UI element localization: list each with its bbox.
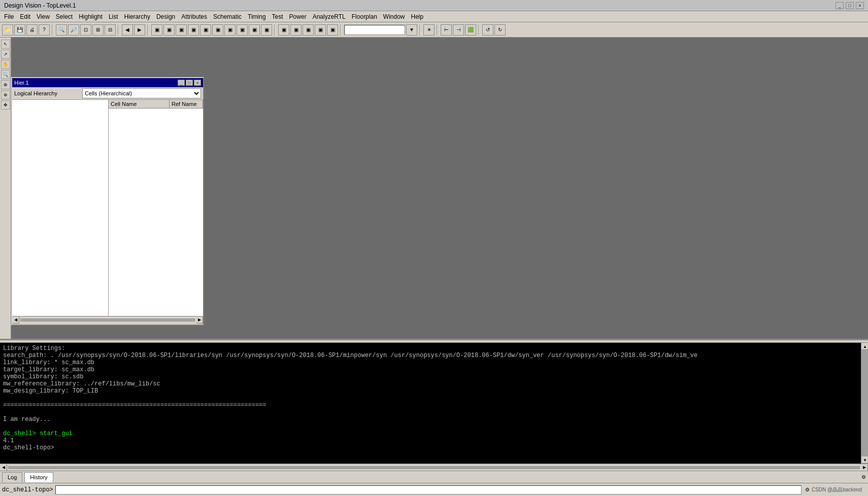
tab-history[interactable]: History: [24, 472, 53, 482]
menu-edit[interactable]: Edit: [17, 12, 34, 21]
tool-select[interactable]: ↖: [1, 40, 10, 49]
hscroll-track[interactable]: [20, 318, 195, 322]
tb-back-button[interactable]: ◀: [122, 24, 133, 36]
tb-ruler2-button[interactable]: ⊣: [453, 24, 464, 36]
tb-btn-11[interactable]: ▣: [278, 24, 289, 36]
tb-btn-6[interactable]: ▣: [212, 24, 223, 36]
menu-list[interactable]: List: [106, 12, 121, 21]
tb-btn-9[interactable]: ▣: [249, 24, 260, 36]
hscroll-right-arrow[interactable]: ▶: [196, 316, 203, 324]
menu-attributes[interactable]: Attributes: [178, 12, 210, 21]
hier-col-refname: Ref Name: [170, 100, 203, 108]
tb-highlight-button[interactable]: ☀: [423, 24, 435, 36]
hier-hscrollbar[interactable]: ◀ ▶: [12, 316, 203, 323]
vscroll-down-arrow[interactable]: ▼: [861, 456, 868, 464]
tb-sep8: [478, 24, 480, 36]
menu-power[interactable]: Power: [286, 12, 310, 21]
tb-redo-button[interactable]: ↻: [494, 24, 506, 36]
terminal-hscroll-right[interactable]: ▶: [861, 464, 868, 471]
settings-icon[interactable]: ⚙: [861, 474, 866, 480]
tool-zoom2[interactable]: ⊕: [1, 80, 10, 89]
hier-cells-dropdown[interactable]: Cells (Hierarchical) Cells (Flat) Ports …: [82, 88, 201, 98]
menu-schematic[interactable]: Schematic: [210, 12, 245, 21]
terminal-vscrollbar[interactable]: ▲ ▼: [861, 343, 868, 464]
cmd-prompt: dc_shell-topo>: [2, 486, 53, 493]
status-bar-right-text: CSDN @晶晶backend: [812, 486, 866, 493]
tool-pointer[interactable]: ↗: [1, 50, 10, 59]
hscroll-left-arrow[interactable]: ◀: [12, 316, 19, 324]
hier-minimize-button[interactable]: _: [178, 80, 185, 86]
menu-test[interactable]: Test: [269, 12, 286, 21]
menu-file[interactable]: File: [1, 12, 17, 21]
tb-forward-button[interactable]: ▶: [134, 24, 145, 36]
tool-zoom[interactable]: 🔍: [1, 70, 10, 79]
vscroll-up-arrow[interactable]: ▲: [861, 343, 868, 350]
terminal-line-ready: I am ready...: [3, 416, 858, 423]
tb-btn-14[interactable]: ▣: [315, 24, 326, 36]
hier-window-controls: _ □ ×: [178, 80, 201, 86]
hier-maximize-button[interactable]: □: [186, 80, 193, 86]
tb-zoom-box-button[interactable]: ⊞: [92, 24, 104, 36]
tb-btn-4[interactable]: ▣: [188, 24, 199, 36]
cmd-settings-icon[interactable]: ⚙: [804, 486, 812, 494]
maximize-button[interactable]: □: [846, 2, 854, 9]
tb-zoom-fit-button[interactable]: ⊡: [80, 24, 91, 36]
tb-btn-12[interactable]: ▣: [290, 24, 302, 36]
terminal-hscroll-left[interactable]: ◀: [0, 464, 7, 471]
toolbar-search-input[interactable]: [344, 25, 405, 35]
menu-design[interactable]: Design: [153, 12, 178, 21]
tool-zoom3[interactable]: ⊗: [1, 90, 10, 99]
terminal-line-3: link_library: * sc_max.db: [3, 359, 858, 366]
menu-hierarchy[interactable]: Hierarchy: [121, 12, 153, 21]
terminal-output[interactable]: Library Settings: search_path: . /usr/sy…: [0, 343, 861, 464]
hier-tree-pane[interactable]: [12, 100, 109, 316]
menu-window[interactable]: Window: [380, 12, 408, 21]
hier-content: Cell Name Ref Name: [12, 100, 203, 316]
tb-zoom-out-button[interactable]: 🔎: [68, 24, 79, 36]
tool-move[interactable]: ✥: [1, 100, 10, 110]
menu-view[interactable]: View: [34, 12, 53, 21]
menu-timing[interactable]: Timing: [245, 12, 269, 21]
hier-close-button[interactable]: ×: [194, 80, 201, 86]
tb-print-button[interactable]: 🖨: [26, 24, 38, 36]
tb-zoom-in-button[interactable]: 🔍: [56, 24, 67, 36]
menu-analyzertl[interactable]: AnalyzeRTL: [310, 12, 349, 21]
vscroll-track: [861, 350, 868, 456]
menu-help[interactable]: Help: [408, 12, 427, 21]
hier-cells-pane: Cell Name Ref Name: [109, 100, 203, 316]
tb-btn-15[interactable]: ▣: [327, 24, 338, 36]
tab-log[interactable]: Log: [2, 472, 22, 482]
cmd-input[interactable]: [55, 485, 802, 494]
terminal-cmd-start-gui: dc_shell> start_gui: [3, 430, 858, 437]
tb-ruler1-button[interactable]: ⊢: [441, 24, 452, 36]
minimize-button[interactable]: _: [836, 2, 844, 9]
tb-btn-13[interactable]: ▣: [303, 24, 314, 36]
tb-btn-8[interactable]: ▣: [237, 24, 248, 36]
tb-open-button[interactable]: 📁: [2, 24, 13, 36]
terminal-line-6: mw_reference_library: ../ref/libs/mw_lib…: [3, 380, 858, 387]
tb-undo-button[interactable]: ↺: [482, 24, 493, 36]
tool-hand[interactable]: ✋: [1, 60, 10, 69]
menu-select[interactable]: Select: [53, 12, 76, 21]
terminal-line-blank1: [3, 395, 858, 402]
menu-floorplan[interactable]: Floorplan: [349, 12, 380, 21]
tb-dropdown-arrow[interactable]: ▼: [406, 24, 417, 36]
hier-col-cellname: Cell Name: [109, 100, 170, 108]
tb-ruler3-button[interactable]: 🟩: [465, 24, 476, 36]
tb-save-button[interactable]: 💾: [14, 24, 25, 36]
tb-btn-2[interactable]: ▣: [163, 24, 175, 36]
terminal-hscrollbar[interactable]: ◀ ▶: [0, 464, 868, 471]
tb-sep1: [52, 24, 54, 36]
tb-btn-5[interactable]: ▣: [200, 24, 211, 36]
tb-btn-3[interactable]: ▣: [176, 24, 187, 36]
terminal-line-blank3: [3, 423, 858, 430]
tb-btn-10[interactable]: ▣: [261, 24, 272, 36]
menu-highlight[interactable]: Highlight: [76, 12, 106, 21]
app-title: Design Vision - TopLevel.1: [4, 2, 76, 9]
tb-btn-1[interactable]: ▣: [151, 24, 162, 36]
terminal-hscroll-track[interactable]: [8, 466, 860, 469]
tb-zoom-5-button[interactable]: ⊟: [105, 24, 116, 36]
tb-help-button[interactable]: ?: [39, 24, 50, 36]
tb-btn-7[interactable]: ▣: [224, 24, 236, 36]
close-button[interactable]: ×: [856, 2, 864, 9]
